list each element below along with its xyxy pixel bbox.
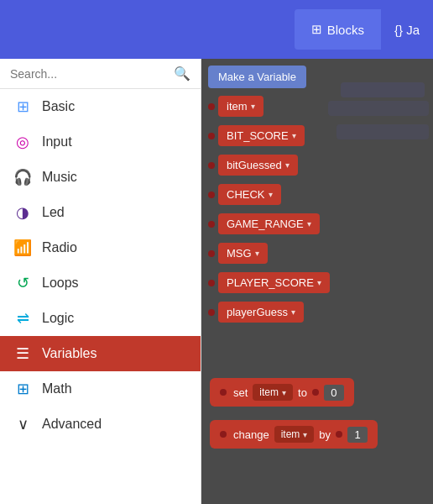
var-connector-check [208,192,215,198]
set-connector-left [220,389,227,396]
search-icon: 🔍 [174,66,190,81]
var-connector-player_guess [208,309,215,316]
sidebar-item-label-basic: Basic [42,99,187,114]
sidebar-item-math[interactable]: ⊞Math [0,371,201,407]
var-connector-msg [208,250,215,257]
logic-icon: ⇌ [13,309,32,328]
set-var-label: item [259,386,279,398]
variables-icon: ☰ [13,344,32,363]
make-variable-label: Make a Variable [218,71,296,83]
var-pill-arrow-msg: ▾ [255,249,259,258]
var-pill-bit_score[interactable]: BIT_SCORE▾ [218,125,305,146]
var-pill-row-player_guess: playerGuess▾ [208,302,330,323]
var-pill-label-bit_guessed: bitGuessed [227,159,282,171]
var-pill-game_range[interactable]: GAME_RANGE▾ [218,213,320,234]
change-connector-left [220,431,227,438]
sidebar-item-label-logic: Logic [42,311,187,326]
bg-faded-block-1 [341,82,425,97]
sidebar-item-advanced[interactable]: ∨Advanced [0,407,201,442]
var-pill-arrow-check: ▾ [269,190,273,199]
advanced-icon: ∨ [13,415,32,433]
var-pill-row-item: item▾ [208,96,330,117]
sidebar-item-led[interactable]: ◑Led [0,195,201,230]
basic-icon: ⊞ [13,97,32,116]
make-variable-button[interactable]: Make a Variable [208,66,306,88]
variable-list: item▾BIT_SCORE▾bitGuessed▾CHECK▾GAME_RAN… [208,96,330,326]
var-pill-row-bit_score: BIT_SCORE▾ [208,125,330,146]
sidebar-item-music[interactable]: 🎧Music [0,160,201,195]
set-block: set item ▾ to 0 [210,378,354,407]
var-pill-check[interactable]: CHECK▾ [218,184,281,205]
sidebar-item-radio[interactable]: 📶Radio [0,230,201,265]
change-block: change item ▾ by 1 [210,420,378,449]
var-pill-label-msg: MSG [227,247,252,260]
var-pill-label-player_guess: playerGuess [227,306,288,318]
led-icon: ◑ [13,203,32,222]
sidebar-item-basic[interactable]: ⊞Basic [0,89,201,124]
input-icon: ◎ [13,133,32,151]
sidebar-item-label-variables: Variables [42,346,187,361]
blocks-tab-button[interactable]: ⊞ Blocks [295,9,381,50]
var-pill-row-game_range: GAME_RANGE▾ [208,213,330,234]
sidebar-item-label-loops: Loops [42,276,187,291]
sidebar-item-label-music: Music [42,170,187,185]
var-pill-player_score[interactable]: PLAYER_SCORE▾ [218,272,330,293]
sidebar-item-label-advanced: Advanced [42,417,187,432]
loops-icon: ↺ [13,274,32,292]
sidebar: 🔍 ⊞Basic◎Input🎧Music◑Led📶Radio↺Loops⇌Log… [0,59,201,504]
main-layout: 🔍 ⊞Basic◎Input🎧Music◑Led📶Radio↺Loops⇌Log… [0,59,433,504]
var-pill-item[interactable]: item▾ [218,96,263,117]
bg-faded-block-3 [336,124,429,139]
var-pill-row-bit_guessed: bitGuessed▾ [208,155,330,176]
var-pill-arrow-game_range: ▾ [307,219,311,228]
set-value[interactable]: 0 [324,385,344,401]
js-tab-button[interactable]: {} Ja [381,9,433,50]
sidebar-item-label-led: Led [42,205,187,220]
var-pill-msg[interactable]: MSG▾ [218,243,268,264]
var-pill-label-item: item [227,100,248,113]
set-label: set [233,386,248,399]
set-var-dropdown-arrow: ▾ [282,388,286,397]
search-input[interactable] [10,67,167,81]
sidebar-item-label-input: Input [42,134,187,150]
bg-faded-block-2 [328,101,429,116]
change-label: change [233,428,269,441]
music-icon: 🎧 [13,168,32,186]
blocks-label: Blocks [327,23,364,37]
radio-icon: 📶 [13,239,32,257]
var-pill-row-msg: MSG▾ [208,243,330,264]
change-value[interactable]: 1 [347,427,368,443]
math-icon: ⊞ [13,380,32,398]
var-pill-arrow-bit_score: ▾ [292,131,296,140]
sidebar-item-variables[interactable]: ☰Variables [0,336,201,371]
content-area: Make a Variable item▾BIT_SCORE▾bitGuesse… [201,59,433,504]
set-connector-right [312,389,319,396]
sidebar-item-loops[interactable]: ↺Loops [0,265,201,301]
var-pill-arrow-player_guess: ▾ [291,307,295,317]
var-connector-game_range [208,221,215,228]
js-label: {} Ja [394,23,420,37]
var-pill-bit_guessed[interactable]: bitGuessed▾ [218,155,298,176]
var-pill-arrow-bit_guessed: ▾ [285,160,290,170]
var-pill-label-bit_score: BIT_SCORE [227,129,289,142]
var-pill-player_guess[interactable]: playerGuess▾ [218,302,304,323]
change-connector-right [336,431,342,438]
var-pill-arrow-player_score: ▾ [317,278,321,287]
sidebar-item-input[interactable]: ◎Input [0,124,201,160]
var-connector-item [208,103,215,110]
blocks-icon: ⊞ [311,22,322,37]
change-by-label: by [319,428,331,441]
var-pill-label-check: CHECK [227,188,265,201]
sidebar-item-label-radio: Radio [42,240,187,255]
sidebar-item-logic[interactable]: ⇌Logic [0,301,201,336]
set-to-label: to [298,386,307,399]
var-pill-label-game_range: GAME_RANGE [227,218,304,230]
var-connector-player_score [208,280,215,286]
change-var-pill[interactable]: item ▾ [274,426,315,443]
header: ⊞ Blocks {} Ja [0,0,433,59]
var-pill-row-player_score: PLAYER_SCORE▾ [208,272,330,293]
var-connector-bit_score [208,133,215,139]
change-var-label: item [281,428,300,440]
set-var-pill[interactable]: item ▾ [253,384,293,401]
change-var-dropdown-arrow: ▾ [303,430,307,439]
